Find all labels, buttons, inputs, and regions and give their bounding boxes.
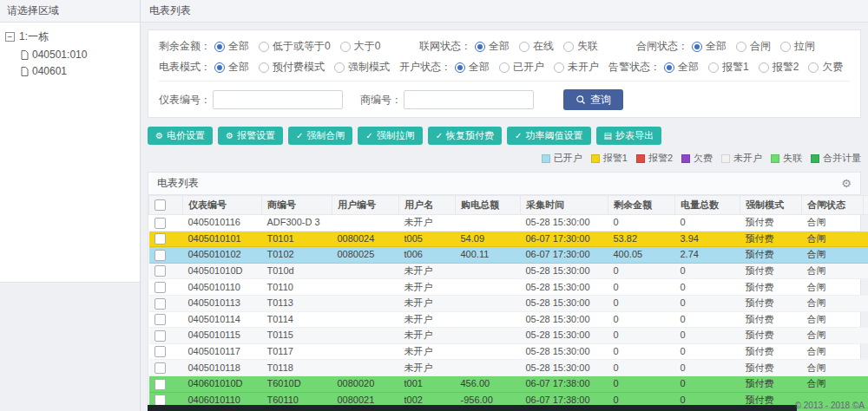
table-row[interactable]: 0405010116ADF300-D 3未开户05-28 15:30:0000预… bbox=[149, 215, 868, 232]
row-checkbox[interactable] bbox=[155, 265, 166, 277]
select-all-checkbox[interactable] bbox=[155, 199, 166, 211]
toolbar-button[interactable]: ⚙电价设置 bbox=[148, 127, 213, 145]
table-cell: 预付费 bbox=[740, 311, 802, 328]
row-checkbox[interactable] bbox=[155, 233, 166, 245]
radio-option[interactable]: 预付费模式 bbox=[259, 60, 325, 75]
toolbar-button[interactable]: ⚙报警设置 bbox=[218, 127, 283, 145]
radio-option-label: 在线 bbox=[533, 39, 554, 54]
toolbar-button[interactable]: ✓恢复预付费 bbox=[428, 127, 502, 145]
row-checkbox[interactable] bbox=[155, 362, 166, 374]
radio-option[interactable]: 全部 bbox=[664, 60, 699, 75]
toolbar-button[interactable]: ✓功率阈值设置 bbox=[507, 127, 590, 145]
radio-icon bbox=[334, 62, 345, 73]
row-checkbox[interactable] bbox=[155, 379, 166, 390]
table-cell: T0115 bbox=[262, 328, 332, 344]
table-panel-title: 电表列表 bbox=[157, 173, 199, 194]
row-checkbox-cell bbox=[149, 279, 183, 296]
table-settings-gear-icon[interactable]: ⚙ bbox=[841, 178, 852, 189]
table-row[interactable]: 040601010DT6010D0080020t001456.0006-07 1… bbox=[149, 375, 868, 392]
row-checkbox[interactable] bbox=[155, 250, 166, 261]
row-checkbox[interactable] bbox=[155, 314, 166, 325]
header-checkbox-cell bbox=[149, 196, 183, 215]
row-checkbox[interactable] bbox=[155, 298, 166, 310]
table-row[interactable]: 040501010DT010d未开户05-28 15:30:0000预付费合闸在… bbox=[149, 263, 868, 279]
table-cell: 未开户 bbox=[399, 311, 456, 328]
radio-option[interactable]: 全部 bbox=[214, 39, 249, 54]
filter-row-2: 电表模式：全部预付费模式强制模式开户状态：全部已开户未开户告警状态：全部报警1报… bbox=[159, 60, 850, 75]
toolbar-button[interactable]: ✓强制拉闸 bbox=[358, 127, 422, 145]
table-row[interactable]: 0405010110T0110未开户05-28 15:30:0000预付费合闸在… bbox=[149, 279, 868, 296]
meter-no-input[interactable] bbox=[213, 90, 343, 109]
radio-option[interactable]: 大于0 bbox=[340, 39, 381, 54]
tree-node[interactable]: 040501:010 bbox=[5, 49, 135, 61]
table-cell: T0118 bbox=[262, 360, 332, 376]
radio-option[interactable]: 全部 bbox=[475, 39, 510, 54]
tree-node-label: 040501:010 bbox=[32, 49, 87, 61]
table-row[interactable]: 0405010115T0115未开户05-28 15:30:0000预付费合闸在… bbox=[149, 328, 868, 344]
table-cell bbox=[456, 295, 521, 311]
table-row[interactable]: 0405010102T01020080025t006400.1106-07 17… bbox=[149, 247, 868, 264]
radio-option[interactable]: 报警2 bbox=[759, 60, 799, 75]
merchant-no-input[interactable] bbox=[404, 90, 534, 109]
radio-option[interactable]: 报警1 bbox=[708, 60, 749, 75]
table-cell: 0 bbox=[608, 343, 675, 360]
radio-option[interactable]: 未开户 bbox=[554, 60, 599, 75]
collapse-icon[interactable]: − bbox=[5, 32, 15, 42]
toolbar-button[interactable]: ✓强制合闸 bbox=[288, 127, 352, 145]
sidebar-title: 请选择区域 bbox=[0, 0, 140, 23]
filter-group-label: 合闸状态： bbox=[636, 39, 688, 54]
row-checkbox[interactable] bbox=[155, 218, 166, 229]
table-cell: 在线 bbox=[864, 279, 868, 296]
table-row[interactable]: 0405010113T0113未开户05-28 15:30:0000预付费合闸在… bbox=[149, 295, 868, 311]
table-cell: T0114 bbox=[262, 311, 332, 328]
radio-option[interactable]: 合闸 bbox=[736, 39, 771, 54]
row-checkbox[interactable] bbox=[155, 330, 166, 342]
legend-item: 报警1 bbox=[591, 152, 628, 165]
tree-root-item[interactable]: − 1:一栋 bbox=[5, 29, 135, 44]
radio-option[interactable]: 已开户 bbox=[499, 60, 544, 75]
row-checkbox[interactable] bbox=[155, 346, 166, 357]
radio-option[interactable]: 强制模式 bbox=[334, 60, 390, 75]
table-row[interactable]: 0405010117T0117未开户05-28 15:30:0000预付费合闸在… bbox=[149, 343, 868, 360]
table-row[interactable]: 0405010114T0114未开户05-28 15:30:0000预付费合闸在… bbox=[149, 311, 868, 328]
area-tree: − 1:一栋 040501:010040601 bbox=[0, 23, 140, 283]
radio-option[interactable]: 欠费 bbox=[808, 60, 843, 75]
radio-option-label: 大于0 bbox=[354, 39, 381, 54]
search-button[interactable]: 查询 bbox=[563, 89, 623, 110]
table-cell: 在线 bbox=[864, 247, 868, 264]
radio-option[interactable]: 全部 bbox=[455, 60, 490, 75]
table-cell: 预付费 bbox=[740, 215, 802, 232]
table-cell: 05-28 15:30:00 bbox=[521, 263, 608, 279]
radio-option-label: 全部 bbox=[678, 60, 699, 75]
page-title: 电表列表 bbox=[141, 0, 868, 23]
row-checkbox-cell bbox=[149, 311, 183, 328]
table-cell: 0 bbox=[675, 311, 740, 328]
table-cell: 0080020 bbox=[332, 375, 399, 392]
table-cell: 05-28 15:30:00 bbox=[521, 215, 608, 232]
radio-option[interactable]: 在线 bbox=[519, 39, 554, 54]
doc-icon: ▤ bbox=[604, 132, 612, 140]
table-cell: 未开户 bbox=[399, 263, 456, 279]
table-cell: 预付费 bbox=[740, 279, 802, 296]
row-checkbox[interactable] bbox=[155, 282, 166, 293]
radio-option-label: 未开户 bbox=[568, 60, 599, 75]
radio-option[interactable]: 全部 bbox=[692, 39, 727, 54]
radio-option[interactable]: 拉闸 bbox=[780, 39, 815, 54]
tree-node[interactable]: 040601 bbox=[5, 65, 135, 77]
row-checkbox-cell bbox=[149, 263, 183, 279]
radio-option-label: 已开户 bbox=[513, 60, 544, 75]
legend-item: 未开户 bbox=[721, 152, 762, 165]
horizontal-scrollbar[interactable] bbox=[148, 405, 797, 411]
toolbar-button[interactable]: ▤抄表导出 bbox=[596, 127, 661, 145]
table-cell: 3.94 bbox=[675, 231, 740, 247]
table-cell: 在线 bbox=[864, 328, 868, 344]
radio-option-label: 报警1 bbox=[722, 60, 749, 75]
table-row[interactable]: 0405010101T01010080024t00554.0906-07 17:… bbox=[149, 231, 868, 247]
radio-icon bbox=[808, 62, 819, 73]
radio-option[interactable]: 低于或等于0 bbox=[259, 39, 331, 54]
table-row[interactable]: 0405010118T0118未开户05-28 15:30:0000预付费合闸在… bbox=[149, 360, 868, 376]
table-cell: 合闸 bbox=[802, 375, 864, 392]
radio-option[interactable]: 失联 bbox=[563, 39, 598, 54]
radio-option[interactable]: 全部 bbox=[214, 60, 249, 75]
table-cell: 在线 bbox=[864, 343, 868, 360]
